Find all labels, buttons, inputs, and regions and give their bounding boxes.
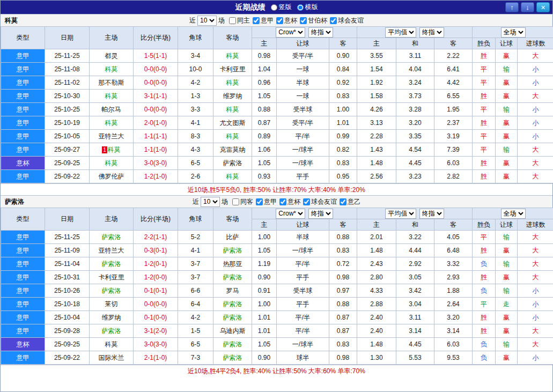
- scope-select[interactable]: 全场: [501, 27, 526, 38]
- filter-checkbox-item[interactable]: 意杯: [279, 197, 300, 206]
- filter-checkbox-item[interactable]: 球会友谊: [303, 197, 337, 206]
- cell-handicap-result: 输: [496, 103, 518, 116]
- layout-radio-vertical[interactable]: 竖版: [271, 3, 292, 12]
- cell-asia-away-odds: 0.95: [329, 170, 357, 183]
- cell-match-result: 胜: [473, 157, 496, 170]
- cell-asia-handicap: 一球: [277, 63, 329, 76]
- match-row: 意甲25-11-02那不勒斯0-0(0-0)4-2科莫0.96半球0.921.9…: [1, 76, 553, 90]
- cell-handicap-result: 赢: [496, 116, 518, 130]
- filter-checkbox-label: 意杯: [284, 16, 297, 25]
- layout-radio-horizontal[interactable]: 横版: [297, 3, 318, 12]
- cell-score: 1-2(1-0): [134, 170, 178, 183]
- cell-away-team: 萨索洛: [213, 271, 252, 284]
- match-row: 意甲25-10-31卡利亚里1-2(0-0)3-7萨索洛0.90平手0.982.…: [1, 271, 553, 284]
- cell-euro-away-odds: 2.93: [434, 271, 473, 284]
- vertical-radio[interactable]: [271, 4, 277, 11]
- filter-checkbox-item[interactable]: 意甲: [253, 16, 274, 25]
- filter-checkbox-item[interactable]: 意甲: [256, 197, 277, 206]
- move-up-button[interactable]: ↑: [505, 2, 519, 12]
- filter-checkbox[interactable]: [279, 198, 286, 205]
- filter-checkbox-item[interactable]: 同主: [229, 16, 250, 25]
- cell-away-team: 科莫: [213, 76, 252, 90]
- cell-euro-away-odds: 3.32: [434, 257, 473, 271]
- filter-checkbox[interactable]: [276, 17, 283, 24]
- cell-goals-result: 小: [518, 298, 553, 311]
- col-header-asia-away: 客: [329, 38, 357, 49]
- match-row: 意甲25-09-22佛罗伦萨1-2(1-0)2-6科莫0.93平手0.952.5…: [1, 170, 553, 183]
- cell-asia-home-odds: 1.00: [252, 298, 277, 311]
- cell-euro-home-odds: 2.43: [357, 257, 396, 271]
- results-table-2: 类型 日期 主场 比分(半场) 角球 客场 Crow* 终指 平均值 终指: [1, 208, 553, 365]
- cell-away-team: 科莫: [213, 103, 252, 116]
- scope-select[interactable]: 全场: [501, 209, 526, 219]
- filter-checkbox-item[interactable]: 意杯: [276, 16, 297, 25]
- cell-euro-home-odds: 1.48: [357, 157, 396, 170]
- cell-goals-result: 大: [518, 324, 553, 338]
- cell-home-team: 国际米兰: [90, 351, 134, 365]
- cell-away-team: 比萨: [213, 231, 252, 244]
- col-header-euro-draw: 和: [396, 219, 434, 231]
- match-count-select[interactable]: 10: [201, 197, 220, 207]
- cell-asia-away-odds: 0.97: [329, 284, 357, 298]
- cell-score: 2-0(1-0): [134, 116, 178, 130]
- col-header-asia-away: 客: [329, 219, 357, 231]
- filter-checkbox[interactable]: [330, 17, 337, 24]
- filter-checkbox-item[interactable]: 球会友谊: [330, 16, 364, 25]
- filter-checkbox[interactable]: [232, 198, 239, 205]
- cell-goals-result: 大: [518, 338, 553, 351]
- cell-league-type: 意甲: [1, 351, 45, 365]
- cell-home-team: 帕尔马: [90, 103, 134, 116]
- asia-index-select[interactable]: 终指: [308, 27, 333, 38]
- euro-index-select[interactable]: 终指: [419, 27, 444, 38]
- filter-checkbox[interactable]: [256, 198, 263, 205]
- cell-asia-handicap: 一/球半: [277, 157, 329, 170]
- bookmaker-select[interactable]: Crow*: [276, 209, 305, 219]
- filter-checkbox[interactable]: [340, 198, 346, 205]
- filter-checkbox-item[interactable]: 意乙: [340, 197, 360, 206]
- filter-checkbox-item[interactable]: 甘伯杯: [300, 16, 327, 25]
- cell-match-date: 25-10-30: [45, 90, 90, 103]
- col-header-home: 主场: [90, 208, 134, 231]
- cell-corner-score: 1-3: [178, 90, 213, 103]
- cell-asia-handicap: 半球: [277, 231, 329, 244]
- horizontal-radio[interactable]: [297, 4, 304, 11]
- filter-checkbox[interactable]: [229, 17, 236, 24]
- col-header-type: 类型: [1, 27, 45, 49]
- cell-match-result: 平: [473, 231, 496, 244]
- cell-home-team: 萨索洛: [90, 231, 134, 244]
- cell-euro-draw-odds: 3.35: [396, 130, 434, 143]
- filter-checkbox-group: 同客意甲意杯球会友谊意乙: [230, 197, 360, 206]
- bookmaker-select[interactable]: Crow*: [276, 27, 305, 38]
- cell-goals-result: 小: [518, 311, 553, 324]
- cell-asia-home-odds: 1.00: [252, 231, 277, 244]
- match-count-select[interactable]: 10: [197, 16, 217, 26]
- filter-checkbox-item[interactable]: 同客: [232, 197, 253, 206]
- cell-euro-home-odds: 4.26: [357, 103, 396, 116]
- cell-match-result: 胜: [473, 49, 496, 63]
- euro-index-select[interactable]: 终指: [419, 209, 444, 219]
- match-row: 意甲25-09-28萨索洛3-1(2-0)1-5乌迪内斯1.01平/半0.872…: [1, 324, 553, 338]
- cell-away-team: 萨索洛: [213, 311, 252, 324]
- cell-corner-score: 6-5: [178, 157, 213, 170]
- cell-euro-draw-odds: 3.24: [396, 76, 434, 90]
- move-down-button[interactable]: ↓: [521, 2, 534, 12]
- cell-handicap-result: 输: [496, 231, 518, 244]
- team-name: 萨索洛: [5, 197, 24, 206]
- cell-corner-score: 8-3: [178, 130, 213, 143]
- cell-away-team: 维罗纳: [213, 90, 252, 103]
- euro-average-select[interactable]: 平均值: [385, 27, 416, 38]
- filter-checkbox[interactable]: [303, 198, 310, 205]
- cell-euro-away-odds: 6.41: [434, 63, 473, 76]
- asia-index-select[interactable]: 终指: [308, 209, 333, 219]
- cell-league-type: 意甲: [1, 298, 45, 311]
- titlebar-buttons: ↑ ↓ ×: [505, 2, 550, 12]
- cell-score: 1-2(0-0): [134, 271, 178, 284]
- close-button[interactable]: ×: [536, 2, 550, 12]
- cell-match-result: 平: [473, 63, 496, 76]
- cell-home-team: 科莫: [90, 90, 134, 103]
- cell-match-date: 25-09-27: [45, 143, 90, 157]
- filter-checkbox[interactable]: [300, 17, 307, 24]
- filter-checkbox[interactable]: [253, 17, 260, 24]
- euro-average-select[interactable]: 平均值: [385, 209, 416, 219]
- near-label: 近: [193, 197, 199, 206]
